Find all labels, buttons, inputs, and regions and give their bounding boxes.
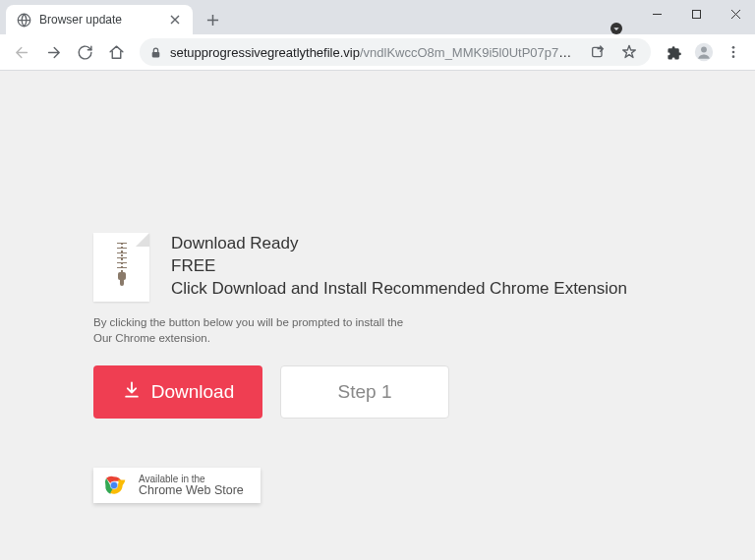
disclaimer-text: By clicking the button below you will be… [93, 315, 755, 346]
heading-download-ready: Download Ready [171, 233, 627, 255]
extensions-area [661, 38, 747, 66]
reload-button[interactable] [71, 38, 98, 66]
new-tab-button[interactable] [199, 6, 226, 33]
maximize-button[interactable] [676, 0, 716, 28]
browser-tab[interactable]: Browser update [6, 5, 193, 34]
svg-rect-2 [692, 10, 700, 18]
back-button[interactable] [8, 38, 35, 66]
store-available-label: Available in the [139, 474, 244, 484]
profile-icon[interactable] [690, 38, 718, 66]
store-text: Available in the Chrome Web Store [139, 474, 244, 498]
step-button[interactable]: Step 1 [280, 365, 449, 419]
extensions-icon[interactable] [661, 38, 688, 66]
page-content: Download Ready FREE Click Download and I… [0, 71, 755, 503]
svg-point-8 [732, 51, 735, 54]
chrome-logo-icon [101, 473, 127, 498]
chrome-web-store-badge[interactable]: Available in the Chrome Web Store [93, 468, 261, 503]
browser-chrome: Browser update [0, 0, 755, 71]
svg-point-6 [701, 47, 707, 53]
disclaimer-line-2: Our Chrome extension. [93, 331, 755, 347]
forward-button[interactable] [39, 38, 67, 66]
svg-point-7 [732, 46, 735, 49]
close-tab-button[interactable] [167, 12, 183, 28]
disclaimer-line-1: By clicking the button below you will be… [93, 315, 755, 331]
heading-free: FREE [171, 255, 627, 278]
download-icon [122, 380, 142, 405]
download-label: Download [151, 381, 235, 403]
hero-text: Download Ready FREE Click Download and I… [171, 233, 627, 301]
home-button[interactable] [102, 38, 130, 66]
step-label: Step 1 [338, 381, 392, 403]
address-bar[interactable]: setupprogressivegreatlythefile.vip/vndlK… [140, 38, 651, 66]
toolbar: setupprogressivegreatlythefile.vip/vndlK… [0, 34, 755, 71]
menu-icon[interactable] [720, 38, 747, 66]
url-path: /vndlKwccO8m_MMK9i5l0UtP07p79EuN7dxh9cIV… [360, 45, 578, 60]
globe-icon [16, 12, 31, 28]
download-button[interactable]: Download [93, 365, 262, 419]
archive-file-icon [93, 233, 149, 302]
titlebar: Browser update [0, 0, 755, 34]
minimize-button[interactable] [637, 0, 676, 28]
svg-point-9 [732, 55, 735, 58]
close-window-button[interactable] [716, 0, 755, 28]
store-name-label: Chrome Web Store [139, 484, 244, 498]
button-row: Download Step 1 [93, 365, 755, 419]
hero-section: Download Ready FREE Click Download and I… [93, 233, 755, 302]
lock-icon [149, 46, 162, 59]
share-icon[interactable] [586, 44, 610, 60]
svg-rect-3 [152, 51, 160, 56]
page-viewport: Download Ready FREE Click Download and I… [0, 71, 755, 560]
window-controls [637, 0, 755, 29]
url-domain: setupprogressivegreatlythefile.vip [170, 45, 360, 60]
tab-search-icon[interactable] [608, 20, 625, 37]
bookmark-icon[interactable] [617, 44, 641, 60]
url-text: setupprogressivegreatlythefile.vip/vndlK… [170, 45, 578, 60]
tab-title: Browser update [39, 13, 159, 27]
heading-instruction: Click Download and Install Recommended C… [171, 278, 627, 301]
